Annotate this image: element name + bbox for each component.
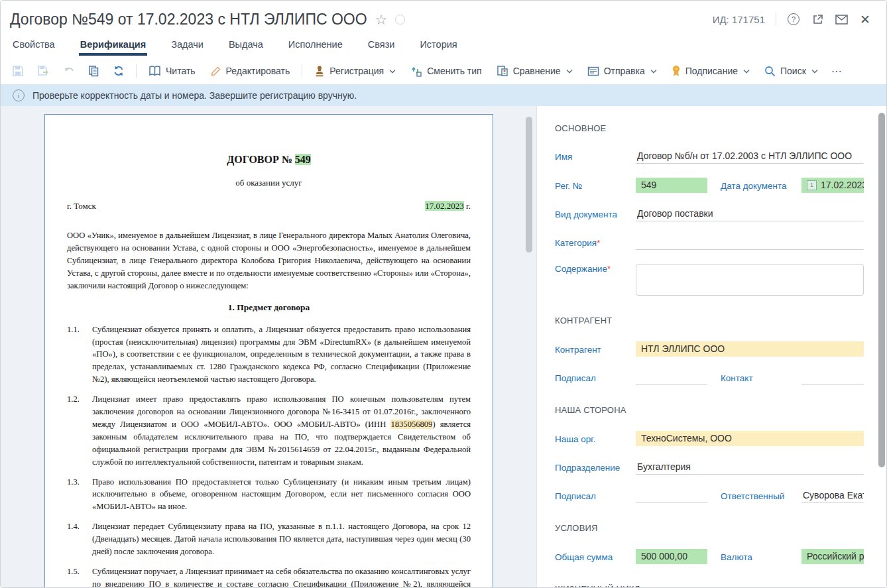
panel-scrollbar[interactable] (878, 110, 885, 587)
copy-icon (88, 65, 99, 77)
counterparty-signer-field[interactable] (636, 372, 707, 385)
counterparty-field[interactable]: НТЛ ЭЛЛИПС ООО (636, 341, 864, 357)
city-date-row: г. Томск 17.02.2023 г. (67, 200, 471, 213)
calendar-icon[interactable]: 1 (807, 180, 817, 190)
counterparty-row: Контрагент НТЛ ЭЛЛИПС ООО (555, 341, 864, 357)
tab-tasks[interactable]: Задачи (170, 38, 205, 56)
total-amount-label: Общая сумма (555, 552, 636, 564)
tab-verification[interactable]: Верификация (79, 38, 148, 56)
name-row: Имя Договор №б/н от 17.02.2003 с НТЛ ЭЛЛ… (555, 149, 864, 164)
contract-date-highlight: 17.02.2023 (425, 201, 464, 211)
contract-section-title: 1. Предмет договора (67, 301, 471, 314)
contract-number-highlight: 549 (295, 154, 311, 165)
document-date-label: Дата документа (721, 181, 801, 193)
divider (302, 64, 302, 78)
chevron-down-icon (389, 69, 396, 74)
contract-clause: 1.3. Право использования ПО предоставляе… (67, 476, 471, 514)
contact-field[interactable] (801, 372, 864, 385)
edit-button[interactable]: Редактировать (204, 62, 297, 81)
favorite-star-icon[interactable]: ☆ (375, 13, 388, 27)
document-kind-label: Вид документа (555, 209, 636, 221)
section-header-main: ОСНОВНОЕ (555, 123, 864, 133)
change-type-icon (410, 65, 422, 77)
save-and-close-icon (37, 65, 50, 77)
search-icon (764, 66, 776, 77)
category-field[interactable] (636, 237, 864, 250)
category-label: Категория* (555, 238, 636, 250)
main-area: ДОГОВОР № 549 об оказании услуг г. Томск… (1, 106, 886, 587)
department-row: Подразделение Бухгалтерия (555, 460, 864, 475)
department-label: Подразделение (555, 463, 636, 475)
section-header-terms: УСЛОВИЯ (555, 523, 864, 533)
counterparty-signed-row: Подписал Контакт (555, 371, 864, 385)
content-row: Содержание* (555, 264, 864, 296)
document-date-field[interactable]: 1 17.02.2023 (801, 178, 864, 193)
currency-field[interactable]: Российский руб (801, 549, 864, 564)
app-window: Договор №549 от 17.02.2023 с НТЛ ЭЛЛИПС … (0, 0, 887, 588)
signing-button[interactable]: Подписание (665, 61, 756, 81)
open-in-new-window-icon[interactable] (811, 13, 824, 26)
status-circle-icon (395, 15, 405, 25)
document-preview-pane[interactable]: ДОГОВОР № 549 об оказании услуг г. Томск… (1, 106, 536, 587)
content-label: Содержание* (555, 264, 636, 276)
chevron-down-icon (743, 69, 750, 74)
contact-label: Контакт (721, 373, 801, 385)
divider (136, 64, 137, 78)
our-org-field[interactable]: ТехноСистемы, ООО (636, 431, 864, 446)
preview-scrollbar[interactable] (526, 113, 532, 585)
mail-icon[interactable] (835, 13, 848, 26)
category-row: Категория* (555, 235, 864, 250)
send-button[interactable]: Отправка (581, 62, 664, 80)
toolbar: Читать Редактировать Регистрация Сменить… (1, 58, 886, 84)
tab-links[interactable]: Связи (367, 38, 396, 56)
tab-history[interactable]: История (418, 38, 458, 56)
required-asterisk: * (607, 264, 611, 274)
document-id: ИД: 171751 (713, 14, 765, 25)
our-signer-field[interactable] (636, 490, 707, 503)
content-field[interactable] (636, 264, 864, 296)
department-field[interactable]: Бухгалтерия (636, 461, 864, 475)
contract-subtitle: об оказании услуг (67, 176, 471, 190)
refresh-button[interactable] (107, 61, 131, 81)
document-kind-field[interactable]: Договор поставки (636, 208, 864, 221)
our-signed-label: Подписал (555, 491, 636, 503)
search-button[interactable]: Поиск (758, 62, 825, 81)
compare-button[interactable]: Сравнение (490, 61, 579, 81)
tab-issue[interactable]: Выдача (227, 38, 265, 56)
read-button[interactable]: Читать (142, 62, 202, 80)
required-asterisk: * (597, 238, 600, 248)
section-header-lifecycle: ЖИЗНЕННЫЙ ЦИКЛ (555, 584, 864, 587)
name-label: Имя (555, 152, 636, 164)
copy-button[interactable] (82, 61, 105, 81)
undo-icon (63, 66, 75, 76)
help-icon[interactable]: ? (787, 13, 800, 26)
kind-row: Вид документа Договор поставки (555, 207, 864, 221)
reg-number-field[interactable]: 549 (636, 178, 707, 193)
info-banner: i Проверьте корректность даты и номера. … (1, 84, 886, 106)
our-org-row: Наша орг. ТехноСистемы, ООО (555, 431, 864, 446)
section-header-counterparty: КОНТРАГЕНТ (555, 316, 864, 325)
name-field[interactable]: Договор №б/н от 17.02.2003 с НТЛ ЭЛЛИПС … (636, 150, 864, 164)
tab-bar: Свойства Верификация Задачи Выдача Испол… (1, 38, 886, 58)
responsible-label: Ответственный (721, 491, 801, 503)
total-amount-field[interactable]: 500 000,00 (636, 549, 707, 564)
section-header-our-side: НАША СТОРОНА (555, 405, 864, 415)
registration-button[interactable]: Регистрация (308, 62, 402, 81)
close-icon[interactable]: ✕ (858, 13, 872, 26)
compare-icon (497, 65, 508, 77)
tab-execution[interactable]: Исполнение (287, 38, 344, 56)
more-button[interactable]: ⋯ (826, 65, 848, 78)
tab-properties[interactable]: Свойства (11, 38, 56, 56)
refresh-icon (113, 65, 125, 77)
counterparty-label: Контрагент (555, 345, 636, 357)
document-preview-page: ДОГОВОР № 549 об оказании услуг г. Томск… (44, 114, 493, 587)
save-button (6, 61, 30, 81)
info-icon: i (13, 89, 25, 101)
contract-city: г. Томск (67, 200, 96, 213)
stamp-icon (314, 66, 325, 77)
responsible-field[interactable]: Суворова Екатер (801, 490, 864, 503)
send-list-icon (587, 66, 599, 76)
divider (776, 13, 776, 26)
undo-button (57, 62, 81, 80)
change-type-button[interactable]: Сменить тип (404, 61, 488, 81)
